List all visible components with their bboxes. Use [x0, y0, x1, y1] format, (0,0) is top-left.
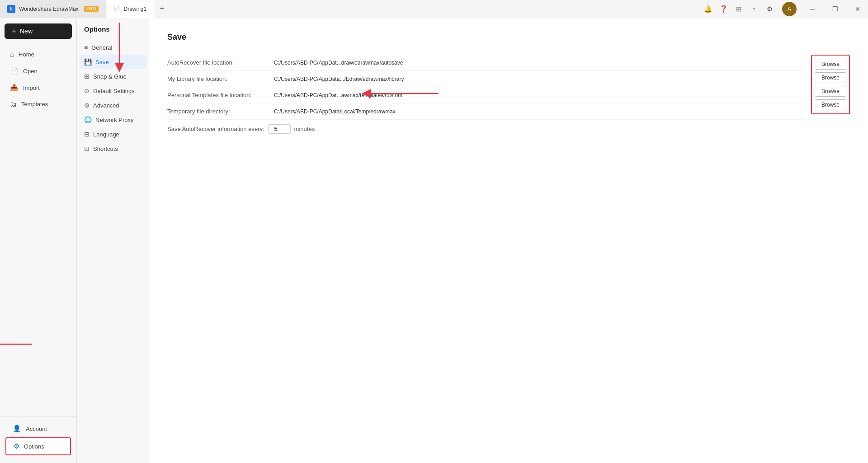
close-button[interactable]: ✕: [847, 0, 868, 18]
options-title: Options: [77, 25, 149, 40]
library-value: C:/Users/ABD-PC/AppData.../Edraw/edrawma…: [274, 76, 804, 82]
options-item-network-proxy-label: Network Proxy: [95, 117, 134, 123]
pro-badge: PRO: [84, 6, 99, 12]
sidebar: ＋ New ⌂ Home 📄 Open 📥 Import 🗂 Templates: [0, 18, 77, 463]
options-sidebar: Options ≡ General 💾 Save ⊞ Snap & Glue ⊙…: [77, 18, 149, 463]
help-icon[interactable]: ❓: [716, 2, 731, 16]
browse-temp-button[interactable]: Browse: [815, 99, 846, 110]
account-icon: 👤: [13, 425, 21, 433]
options-item-general-label: General: [91, 44, 112, 51]
options-icon: ⚙: [14, 442, 19, 450]
save-panel-title: Save: [167, 33, 850, 42]
home-icon: ⌂: [10, 51, 14, 58]
sidebar-bottom: 👤 Account ⚙ Options: [0, 416, 76, 463]
titlebar-controls: 🔔 ❓ ⊞ ↑ ⚙ A ─ ❐ ✕: [701, 0, 868, 18]
form-row-autorecover: AutoRecover file location: C:/Users/ABD-…: [167, 55, 804, 71]
apps-icon[interactable]: ⊞: [731, 2, 746, 16]
autorecover-interval-label: Save AutoRecover information every:: [167, 126, 264, 132]
library-label: My Library file location:: [167, 75, 267, 82]
sidebar-item-open[interactable]: 📄 Open: [3, 63, 74, 79]
notification-icon[interactable]: 🔔: [701, 2, 715, 16]
app-tab[interactable]: E Wondershare EdrawMax PRO: [0, 0, 106, 18]
titlebar-tabs: E Wondershare EdrawMax PRO 📄 Drawing1 +: [0, 0, 170, 18]
browse-templates-button[interactable]: Browse: [815, 86, 846, 97]
drawing-tab-label: Drawing1: [124, 6, 147, 12]
autorecover-minutes-input[interactable]: [268, 124, 291, 134]
temp-dir-value: C:/Users/ABD-PC/AppData/Local/Temp/edraw…: [274, 108, 804, 115]
options-item-snap-glue-label: Snap & Glue: [93, 73, 127, 80]
options-item-advanced-label: Advanced: [93, 102, 119, 109]
browse-autorecover-button[interactable]: Browse: [815, 59, 846, 70]
sidebar-item-account[interactable]: 👤 Account: [5, 421, 71, 437]
content-area: Save AutoRecover file location: C:/Users…: [149, 18, 868, 463]
sidebar-item-import-label: Import: [23, 84, 40, 91]
minutes-unit-label: minutes: [294, 126, 315, 132]
templates-icon: 🗂: [10, 100, 17, 108]
save-rows-group: AutoRecover file location: C:/Users/ABD-…: [167, 55, 850, 120]
options-item-default-settings[interactable]: ⊙ Default Settings: [77, 84, 149, 98]
options-item-language[interactable]: ⊟ Language: [77, 127, 149, 141]
sidebar-item-import[interactable]: 📥 Import: [3, 80, 74, 96]
general-icon: ≡: [84, 44, 88, 51]
new-label: New: [20, 28, 33, 35]
form-row-templates: Personal Templates file location: C:/Use…: [167, 87, 804, 103]
options-item-shortcuts-label: Shortcuts: [93, 145, 118, 152]
default-settings-icon: ⊙: [84, 87, 90, 94]
templates-path-value: C:/Users/ABD-PC/AppDat...awmax/templates…: [274, 92, 804, 98]
avatar[interactable]: A: [782, 2, 797, 16]
drawing-tab[interactable]: 📄 Drawing1: [106, 0, 155, 18]
temp-dir-label: Temporary file directory:: [167, 108, 267, 115]
sidebar-top: ＋ New: [0, 18, 76, 44]
app-logo: E: [7, 5, 15, 13]
options-item-language-label: Language: [93, 131, 119, 138]
options-item-save[interactable]: 💾 Save: [80, 55, 146, 69]
language-icon: ⊟: [84, 131, 90, 138]
options-item-save-label: Save: [95, 59, 109, 65]
form-row-library: My Library file location: C:/Users/ABD-P…: [167, 71, 804, 87]
sidebar-item-options-label: Options: [24, 443, 44, 450]
options-item-general[interactable]: ≡ General: [77, 40, 149, 55]
app-name-label: Wondershare EdrawMax: [19, 6, 79, 12]
snap-glue-icon: ⊞: [84, 73, 90, 80]
options-item-network-proxy[interactable]: 🌐 Network Proxy: [77, 112, 149, 127]
titlebar-icons: 🔔 ❓ ⊞ ↑ ⚙: [701, 2, 777, 16]
restore-button[interactable]: ❐: [825, 0, 845, 18]
form-row-temp: Temporary file directory: C:/Users/ABD-P…: [167, 103, 804, 120]
sidebar-item-options[interactable]: ⚙ Options: [5, 437, 71, 455]
settings-icon[interactable]: ⚙: [762, 2, 777, 16]
drawing-tab-icon: 📄: [113, 6, 120, 12]
save-icon: 💾: [84, 58, 92, 65]
templates-path-label: Personal Templates file location:: [167, 92, 267, 98]
main-relative: Options ≡ General 💾 Save ⊞ Snap & Glue ⊙…: [77, 18, 868, 463]
new-tab-button[interactable]: +: [154, 0, 170, 18]
options-item-advanced[interactable]: ⊚ Advanced: [77, 98, 149, 112]
browse-library-button[interactable]: Browse: [815, 72, 846, 83]
sidebar-item-account-label: Account: [26, 426, 47, 432]
share-icon[interactable]: ↑: [747, 2, 761, 16]
advanced-icon: ⊚: [84, 102, 90, 109]
sidebar-item-templates[interactable]: 🗂 Templates: [3, 96, 74, 112]
sidebar-item-templates-label: Templates: [21, 101, 48, 108]
options-item-snap-glue[interactable]: ⊞ Snap & Glue: [77, 69, 149, 84]
minimize-button[interactable]: ─: [802, 0, 823, 18]
import-icon: 📥: [10, 84, 19, 92]
save-form: AutoRecover file location: C:/Users/ABD-…: [167, 55, 850, 138]
new-button[interactable]: ＋ New: [5, 23, 72, 39]
shortcuts-icon: ⊡: [84, 145, 90, 152]
autorecover-interval-row: Save AutoRecover information every: minu…: [167, 120, 850, 138]
titlebar: E Wondershare EdrawMax PRO 📄 Drawing1 + …: [0, 0, 868, 18]
autorecover-label: AutoRecover file location:: [167, 59, 267, 66]
autorecover-value: C:/Users/ABD-PC/AppDat...draw/edrawmax/a…: [274, 60, 804, 66]
browse-buttons-group: Browse Browse Browse Browse: [811, 55, 850, 114]
open-icon: 📄: [10, 67, 19, 75]
options-item-shortcuts[interactable]: ⊡ Shortcuts: [77, 141, 149, 156]
save-rows-labels: AutoRecover file location: C:/Users/ABD-…: [167, 55, 804, 120]
sidebar-item-open-label: Open: [23, 68, 38, 75]
sidebar-item-home[interactable]: ⌂ Home: [3, 47, 74, 62]
network-proxy-icon: 🌐: [84, 116, 92, 123]
sidebar-nav: ⌂ Home 📄 Open 📥 Import 🗂 Templates: [0, 44, 76, 416]
new-plus-icon: ＋: [11, 27, 17, 35]
options-item-default-settings-label: Default Settings: [93, 88, 135, 94]
sidebar-item-home-label: Home: [19, 51, 34, 58]
main-layout: ＋ New ⌂ Home 📄 Open 📥 Import 🗂 Templates: [0, 18, 868, 463]
